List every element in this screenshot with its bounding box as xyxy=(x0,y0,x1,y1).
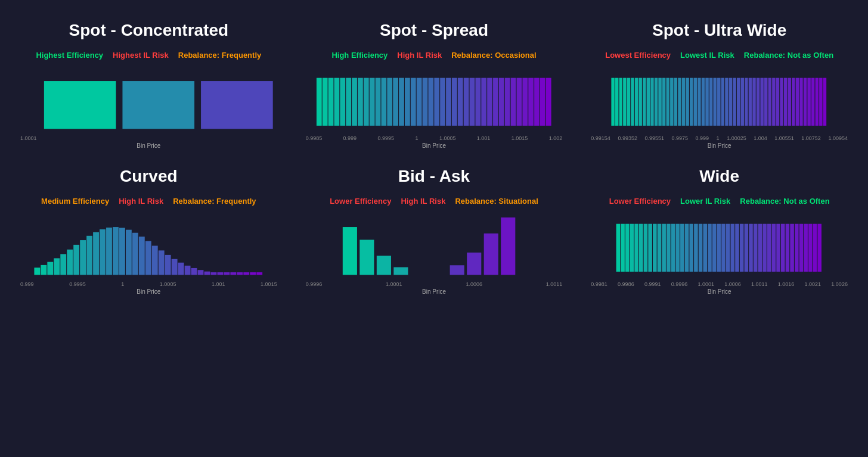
tag-wide-2: Rebalance: Not as Often xyxy=(740,197,829,206)
svg-rect-59 xyxy=(674,78,677,126)
x-labels-spot-concentrated: 1.0001 xyxy=(18,135,280,141)
svg-rect-182 xyxy=(804,224,808,272)
card-wide: WideLower EfficiencyLower IL RiskRebalan… xyxy=(576,158,862,304)
tag-spot-concentrated-0: Highest Efficiency xyxy=(36,51,103,60)
svg-rect-164 xyxy=(721,224,726,272)
svg-rect-88 xyxy=(788,78,791,126)
x-axis-tick: 0.999 xyxy=(343,135,357,141)
svg-rect-132 xyxy=(256,272,262,275)
svg-rect-6 xyxy=(334,78,339,126)
svg-rect-155 xyxy=(680,224,684,272)
svg-rect-101 xyxy=(54,258,60,275)
svg-rect-105 xyxy=(80,240,86,275)
bin-price-label-spot-concentrated: Bin Price xyxy=(137,142,160,149)
svg-rect-176 xyxy=(777,224,781,272)
svg-rect-177 xyxy=(781,224,785,272)
x-axis-tick: 1.001 xyxy=(212,281,225,287)
svg-rect-50 xyxy=(639,78,642,126)
x-axis-tick: 0.9996 xyxy=(671,281,688,287)
svg-rect-146 xyxy=(639,224,643,272)
x-axis-tick: 1.0021 xyxy=(805,281,822,287)
svg-rect-168 xyxy=(740,224,744,272)
svg-rect-37 xyxy=(516,78,522,126)
svg-rect-69 xyxy=(714,78,717,126)
x-axis-tick: 0.9981 xyxy=(591,281,607,287)
svg-rect-67 xyxy=(706,78,709,126)
svg-rect-77 xyxy=(745,78,748,126)
svg-rect-96 xyxy=(819,78,822,126)
svg-rect-116 xyxy=(152,245,158,275)
card-spot-spread: Spot - SpreadHigh EfficiencyHigh IL Risk… xyxy=(292,12,577,158)
svg-rect-1 xyxy=(122,81,194,129)
svg-rect-4 xyxy=(322,78,327,126)
svg-rect-149 xyxy=(653,224,657,272)
svg-rect-99 xyxy=(41,265,46,275)
main-grid: Spot - ConcentratedHighest EfficiencyHig… xyxy=(0,0,868,316)
svg-rect-19 xyxy=(411,78,416,126)
svg-rect-171 xyxy=(754,224,758,272)
svg-rect-3 xyxy=(317,78,322,126)
svg-rect-181 xyxy=(799,224,804,272)
svg-rect-152 xyxy=(666,224,671,272)
tag-bid-ask-0: Lower Efficiency xyxy=(330,197,391,206)
title-wide: Wide xyxy=(699,167,739,186)
svg-rect-25 xyxy=(446,78,451,126)
x-axis-tick: 1.001 xyxy=(477,135,491,141)
svg-rect-87 xyxy=(784,78,787,126)
bin-price-label-curved: Bin Price xyxy=(137,288,160,295)
svg-rect-148 xyxy=(649,224,653,272)
svg-rect-133 xyxy=(342,227,356,275)
svg-rect-74 xyxy=(733,78,736,126)
svg-rect-118 xyxy=(165,255,171,275)
svg-rect-124 xyxy=(204,272,210,275)
svg-rect-80 xyxy=(757,78,760,126)
x-axis-tick: 1 xyxy=(121,281,124,287)
svg-rect-2 xyxy=(201,81,273,129)
svg-rect-140 xyxy=(501,217,515,275)
svg-rect-44 xyxy=(615,78,618,126)
x-axis-tick: 1.00954 xyxy=(828,135,848,141)
svg-rect-24 xyxy=(440,78,445,126)
chart-spot-spread: 0.99850.9990.999511.00051.0011.00151.002… xyxy=(303,71,565,149)
svg-rect-70 xyxy=(717,78,720,126)
x-axis-tick: 0.999 xyxy=(20,281,34,287)
svg-rect-54 xyxy=(655,78,658,126)
svg-rect-84 xyxy=(772,78,775,126)
svg-rect-145 xyxy=(635,224,639,272)
x-axis-tick: 1.0005 xyxy=(439,135,456,141)
x-axis-tick: 0.99352 xyxy=(618,135,637,141)
svg-rect-121 xyxy=(185,266,191,275)
tag-spot-ultra-wide-2: Rebalance: Not as Often xyxy=(744,51,833,60)
svg-rect-151 xyxy=(662,224,666,272)
svg-rect-65 xyxy=(698,78,700,126)
svg-rect-108 xyxy=(100,229,106,275)
svg-rect-15 xyxy=(387,78,392,126)
x-axis-tick: 1.0001 xyxy=(386,281,402,287)
svg-rect-98 xyxy=(34,268,40,275)
svg-rect-139 xyxy=(483,234,498,275)
x-axis-tick: 1.0026 xyxy=(831,281,848,287)
chart-bid-ask: 0.99961.00011.00061.0011Bin Price xyxy=(303,217,565,295)
tags-spot-concentrated: Highest EfficiencyHighest IL RiskRebalan… xyxy=(36,51,261,60)
svg-rect-27 xyxy=(457,78,463,126)
svg-rect-107 xyxy=(93,232,99,275)
tags-wide: Lower EfficiencyLower IL RiskRebalance: … xyxy=(609,197,830,206)
card-spot-concentrated: Spot - ConcentratedHighest EfficiencyHig… xyxy=(6,12,292,158)
svg-rect-106 xyxy=(86,236,92,275)
bin-price-label-bid-ask: Bin Price xyxy=(422,288,446,295)
svg-rect-104 xyxy=(73,245,79,275)
svg-rect-160 xyxy=(703,224,708,272)
title-spot-ultra-wide: Spot - Ultra Wide xyxy=(652,21,786,40)
x-axis-tick: 1 xyxy=(415,135,418,141)
svg-rect-30 xyxy=(475,78,480,126)
svg-rect-47 xyxy=(627,78,630,126)
svg-rect-62 xyxy=(686,78,689,126)
svg-rect-71 xyxy=(721,78,724,126)
svg-rect-42 xyxy=(546,78,551,126)
svg-rect-179 xyxy=(790,224,795,272)
svg-rect-32 xyxy=(487,78,492,126)
x-axis-tick: 0.9975 xyxy=(672,135,689,141)
svg-rect-159 xyxy=(699,224,703,272)
svg-rect-26 xyxy=(452,78,457,126)
svg-rect-89 xyxy=(792,78,795,126)
